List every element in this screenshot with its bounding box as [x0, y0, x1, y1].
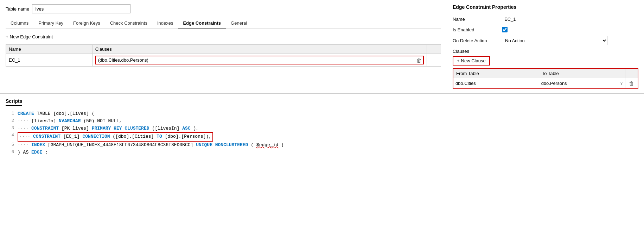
- line-num-6: 6: [6, 149, 14, 156]
- index-name: [GRAPH_UNIQUE_INDEX_4448E18FF673448D864F…: [48, 142, 196, 148]
- table-row: EC_1 (dbo.Cities,dbo.Persons) 🗑: [6, 54, 441, 67]
- script-line-1: 1 CREATE TABLE [dbo].[lives] (: [6, 110, 638, 118]
- constraint-name-cell: EC_1: [6, 54, 93, 67]
- delete-constraint-button[interactable]: 🗑: [415, 56, 423, 64]
- from-table-cell: dbo.Cities: [453, 78, 539, 89]
- tab-general[interactable]: General: [226, 18, 252, 29]
- line-num-4: 4: [6, 132, 14, 139]
- line-3-content: ···· CONSTRAINT [PK_lives] PRIMARY KEY C…: [18, 125, 199, 132]
- kw-edge: EDGE: [31, 150, 42, 155]
- table-name-row: Table name: [6, 4, 441, 13]
- dropdown-arrow-icon[interactable]: ∨: [620, 81, 623, 86]
- kw-nonclustered: NONCLUSTERED: [215, 142, 248, 148]
- ec-props-title: Edge Constraint Properties: [453, 4, 638, 10]
- script-line-2: 2 ···· [livesIn] NVARCHAR (50) NOT NULL,: [6, 118, 638, 125]
- clause-delete-cell: 🗑: [625, 78, 638, 89]
- line-1-content: CREATE TABLE [dbo].[lives] (: [18, 110, 94, 118]
- table-name-input[interactable]: [32, 4, 130, 13]
- kw-constraint-4: CONSTRAINT: [33, 134, 60, 139]
- new-edge-constraint-label: New Edge Constraint: [10, 34, 53, 39]
- ec-name-input[interactable]: [502, 15, 572, 23]
- col-header-name: Name: [6, 45, 93, 54]
- kw-nvarchar: NVARCHAR: [59, 118, 83, 124]
- ec-name-4: [EC_1]: [63, 134, 83, 139]
- line-num-2: 2: [6, 118, 14, 124]
- scripts-content: 1 CREATE TABLE [dbo].[lives] ( 2 ···· [l…: [6, 110, 638, 156]
- script-line-3: 3 ···· CONSTRAINT [PK_lives] PRIMARY KEY…: [6, 125, 638, 132]
- tab-foreign-keys[interactable]: Foreign Keys: [68, 18, 105, 29]
- kw-asc: ASC: [182, 126, 190, 131]
- kw-table: TABLE: [37, 111, 53, 116]
- index-close: ): [281, 142, 284, 148]
- kw-connection: CONNECTION: [82, 134, 110, 139]
- line-num-5: 5: [6, 142, 14, 148]
- clauses-section-label: Clauses: [453, 49, 638, 54]
- ec-enabled-row: Is Enabled: [453, 27, 638, 32]
- pk-close: ),: [193, 126, 199, 131]
- ec-delete-label: On Delete Action: [453, 38, 502, 43]
- open-paren-1: (: [92, 111, 95, 116]
- line-2-content: ···· [livesIn] NVARCHAR (50) NOT NULL,: [18, 118, 122, 125]
- clauses-value: (dbo.Cities,dbo.Persons): [98, 57, 148, 63]
- script-line-6: 6 ) AS EDGE ;: [6, 149, 638, 156]
- ec-name-row: Name: [453, 15, 638, 23]
- top-section: Table name Columns Primary Key Foreign K…: [0, 0, 644, 94]
- table-name-label: Table name: [6, 6, 29, 12]
- kw-unique: UNIQUE: [196, 142, 212, 148]
- scripts-title: Scripts: [6, 98, 22, 106]
- to-table-cell: dbo.Persons ∨: [539, 78, 625, 89]
- to-table-value: dbo.Persons: [541, 81, 619, 86]
- col-to-table: To Table: [539, 69, 625, 78]
- kw-constraint-3: CONSTRAINT: [31, 126, 59, 131]
- main-container: Table name Columns Primary Key Foreign K…: [0, 0, 644, 230]
- tab-indexes[interactable]: Indexes: [152, 18, 178, 29]
- connection-to: [dbo].[Persons]),: [165, 134, 212, 139]
- tab-check-constraints[interactable]: Check Constraints: [105, 18, 152, 29]
- clauses-cell-inner: (dbo.Cities,dbo.Persons): [95, 56, 424, 64]
- delete-clause-button[interactable]: 🗑: [627, 80, 636, 87]
- script-line-4: 4 ···· CONSTRAINT [EC_1] CONNECTION ([db…: [6, 132, 638, 142]
- tab-edge-constraints[interactable]: Edge Constraints: [178, 18, 226, 29]
- table-ref-1: [dbo].[lives]: [53, 111, 89, 116]
- pk-name: [PK_lives]: [62, 126, 92, 131]
- kw-to: TO: [157, 134, 162, 139]
- new-edge-constraint-button[interactable]: + New Edge Constraint: [6, 33, 53, 41]
- tab-columns[interactable]: Columns: [6, 18, 33, 29]
- clauses-table: From Table To Table dbo.Cities dbo.Perso…: [453, 68, 638, 89]
- kw-create: CREATE: [18, 111, 34, 116]
- edge-id: $edge_id: [256, 142, 278, 148]
- new-clause-button[interactable]: + New Clause: [453, 56, 490, 66]
- plus-icon: +: [6, 34, 8, 39]
- ec-enabled-label: Is Enabled: [453, 27, 502, 32]
- close-paren-6: ) AS: [18, 150, 31, 155]
- constraint-clauses-cell: (dbo.Cities,dbo.Persons) 🗑: [92, 54, 427, 67]
- line-num-3: 3: [6, 125, 14, 132]
- ec-name-label: Name: [453, 17, 502, 22]
- scripts-section: Scripts 1 CREATE TABLE [dbo].[lives] ( 2…: [0, 94, 644, 161]
- ec-delete-select[interactable]: No Action Cascade Set Null Set Default: [502, 36, 607, 45]
- to-table-cell-inner: dbo.Persons ∨: [541, 81, 623, 86]
- line-num-1: 1: [6, 110, 14, 117]
- dots-5: ····: [18, 142, 28, 148]
- clause-row: dbo.Cities dbo.Persons ∨ 🗑: [453, 78, 638, 89]
- dots-4: ····: [19, 134, 30, 139]
- tab-primary-key[interactable]: Primary Key: [33, 18, 68, 29]
- pk-col: ([livesIn]: [152, 126, 182, 131]
- semicolon-6: ;: [45, 150, 48, 155]
- line-4-boxed-content: ···· CONSTRAINT [EC_1] CONNECTION ([dbo]…: [18, 132, 213, 142]
- ec-delete-action-row: On Delete Action No Action Cascade Set N…: [453, 36, 638, 45]
- col-livesin: [livesIn]: [31, 118, 59, 124]
- right-panel: Edge Constraint Properties Name Is Enabl…: [447, 0, 644, 93]
- col-header-actions: [427, 45, 441, 54]
- connection-from: ([dbo].[Cities]: [113, 134, 157, 139]
- new-clause-plus-icon: +: [457, 58, 460, 63]
- index-open: (: [251, 142, 254, 148]
- dots-3: ····: [18, 126, 28, 131]
- line-6-content: ) AS EDGE ;: [18, 149, 48, 156]
- dots-2: ····: [18, 118, 28, 124]
- kw-pk-clustered: PRIMARY KEY CLUSTERED: [92, 126, 149, 131]
- col-clause-actions: [625, 69, 638, 78]
- ec-enabled-checkbox[interactable]: [502, 27, 508, 32]
- col-from-table: From Table: [453, 69, 539, 78]
- kw-index: INDEX: [31, 142, 45, 148]
